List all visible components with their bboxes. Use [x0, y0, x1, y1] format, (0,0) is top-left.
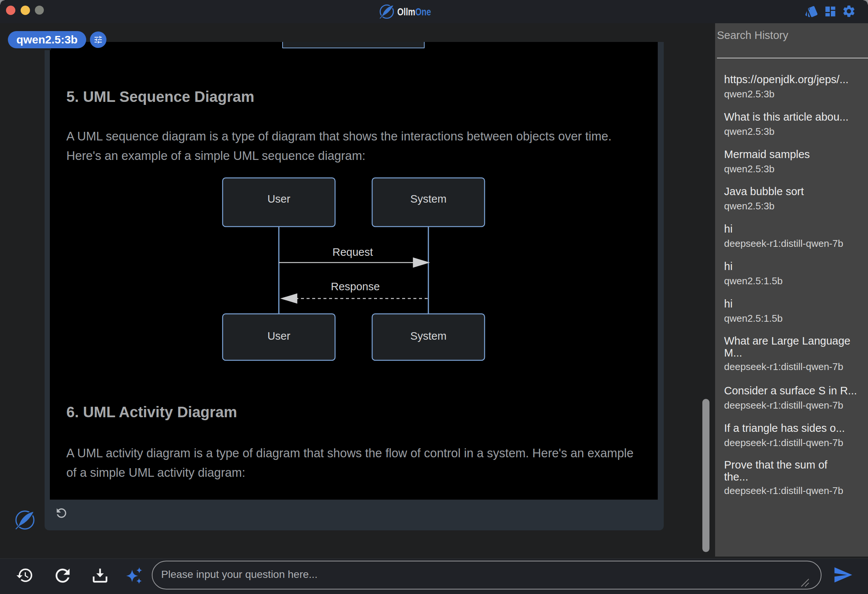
- svg-text:System: System: [410, 330, 447, 342]
- svg-text:Response: Response: [331, 281, 380, 293]
- svg-text:User: User: [267, 330, 290, 342]
- svg-text:Request: Request: [332, 246, 373, 258]
- svg-text:User: User: [267, 193, 290, 205]
- svg-text:System: System: [410, 193, 447, 205]
